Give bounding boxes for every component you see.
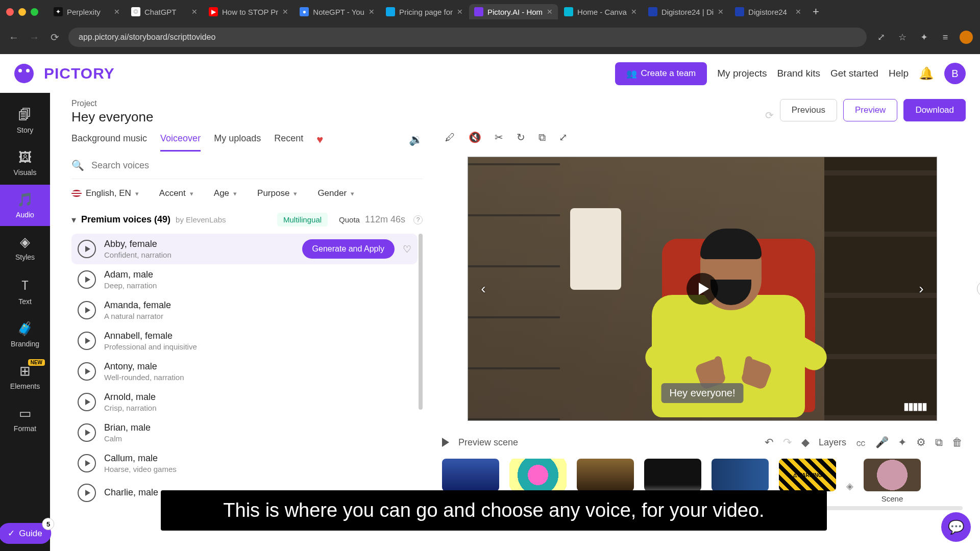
nav-brand-kits[interactable]: Brand kits: [777, 68, 820, 79]
caption-text[interactable]: Hey everyone!: [662, 383, 744, 403]
chat-support-button[interactable]: 💬: [941, 512, 971, 542]
rail-visuals[interactable]: 🖼Visuals: [0, 142, 50, 184]
search-input[interactable]: [91, 160, 423, 171]
scrollbar[interactable]: [419, 234, 423, 410]
duplicate-icon[interactable]: ⧉: [935, 436, 943, 448]
browser-tab[interactable]: ●NoteGPT - You✕: [295, 4, 380, 19]
rail-story[interactable]: 🗐Story: [0, 100, 50, 141]
tab-my-uploads[interactable]: My uploads: [214, 128, 261, 152]
filter-gender[interactable]: Gender▾: [317, 188, 354, 198]
voice-row[interactable]: Amanda, femaleA natural narrator: [71, 295, 418, 325]
profile-avatar[interactable]: [960, 31, 973, 44]
filter-accent[interactable]: Accent▾: [159, 188, 193, 198]
sparkle-icon[interactable]: ✦: [898, 436, 907, 448]
collapse-icon[interactable]: ▾: [71, 214, 76, 226]
browser-tab[interactable]: ✦Perplexity✕: [48, 4, 125, 19]
undo-icon[interactable]: ↶: [765, 436, 774, 448]
transition-icon[interactable]: ◈: [846, 481, 853, 492]
guide-button[interactable]: 5 ✓ Guide: [0, 523, 52, 544]
tab-close-icon[interactable]: ✕: [547, 8, 553, 16]
filter-purpose[interactable]: Purpose▾: [257, 188, 297, 198]
voice-row[interactable]: Adam, maleDeep, narration: [71, 264, 418, 295]
play-voice-button[interactable]: [78, 332, 96, 350]
captions-icon[interactable]: ㏄: [855, 435, 866, 449]
filter-age[interactable]: Age▾: [214, 188, 237, 198]
tab-close-icon[interactable]: ✕: [114, 8, 120, 16]
favorite-icon[interactable]: ♡: [403, 243, 411, 255]
browser-tab[interactable]: ▶How to STOP Pr✕: [204, 4, 293, 19]
next-scene-arrow[interactable]: ›: [913, 281, 929, 297]
tab-close-icon[interactable]: ✕: [282, 8, 288, 16]
highlight-icon[interactable]: 🖊: [445, 132, 455, 143]
browser-tab-active[interactable]: Pictory.AI - Hom✕: [469, 4, 558, 19]
reload-button[interactable]: ⟳: [48, 31, 61, 43]
tab-voiceover[interactable]: Voiceover: [160, 128, 201, 152]
address-input[interactable]: [68, 28, 867, 47]
filter-language[interactable]: English, EN▾: [71, 188, 139, 198]
scene-item[interactable]: Scene: [864, 459, 921, 503]
rail-format[interactable]: ▭Format: [0, 398, 50, 440]
tab-close-icon[interactable]: ✕: [369, 8, 375, 16]
play-voice-button[interactable]: [78, 393, 96, 411]
browser-tab[interactable]: Home - Canva✕: [559, 4, 642, 19]
tab-background-music[interactable]: Background music: [71, 128, 147, 152]
nav-help[interactable]: Help: [889, 68, 909, 79]
tab-close-icon[interactable]: ✕: [795, 8, 801, 16]
tab-close-icon[interactable]: ✕: [191, 8, 198, 16]
redo-icon[interactable]: ↷: [783, 436, 792, 448]
layers-icon[interactable]: ◆: [801, 436, 810, 448]
video-stage[interactable]: ‹ › Hey everyone! ▮▮▮▮▮: [468, 157, 937, 421]
help-icon[interactable]: ?: [413, 215, 423, 224]
forward-button[interactable]: →: [28, 32, 41, 43]
copy-icon[interactable]: ⧉: [538, 132, 546, 143]
tab-close-icon[interactable]: ✕: [631, 8, 637, 16]
settings-icon[interactable]: ⚙: [916, 436, 926, 448]
browser-tab[interactable]: ❂ChatGPT✕: [126, 4, 203, 19]
play-voice-button[interactable]: [78, 240, 96, 258]
play-voice-button[interactable]: [78, 423, 96, 442]
play-video-button[interactable]: [687, 273, 718, 305]
rail-elements[interactable]: NEW⊞Elements: [0, 356, 50, 397]
browser-tab[interactable]: Pricing page for✕: [381, 4, 468, 19]
menu-icon[interactable]: ≡: [938, 32, 952, 43]
play-scene-icon[interactable]: [442, 438, 449, 447]
voice-row[interactable]: Arnold, maleCrisp, narration: [71, 387, 418, 417]
nav-my-projects[interactable]: My projects: [717, 68, 767, 79]
voice-row[interactable]: Antony, maleWell-rounded, narration: [71, 356, 418, 387]
user-avatar[interactable]: B: [944, 63, 966, 84]
volume-settings-icon[interactable]: 🔉: [409, 133, 423, 146]
window-minimize[interactable]: [18, 8, 26, 16]
project-title[interactable]: Hey everyone: [71, 109, 765, 125]
loop-icon[interactable]: ↻: [517, 131, 525, 143]
window-maximize[interactable]: [31, 8, 38, 16]
mute-icon[interactable]: 🔇: [469, 131, 481, 143]
expand-icon[interactable]: ⤢: [559, 131, 568, 143]
tab-recent[interactable]: Recent: [274, 128, 303, 152]
play-voice-button[interactable]: [78, 301, 96, 319]
voice-row[interactable]: Brian, maleCalm: [71, 417, 418, 448]
extensions-icon[interactable]: ✦: [917, 32, 931, 43]
add-scene-after[interactable]: +: [977, 281, 980, 296]
rail-branding[interactable]: 🧳Branding: [0, 314, 50, 355]
mic-icon[interactable]: 🎤: [875, 436, 889, 448]
browser-tab[interactable]: Digistore24 | Di✕: [643, 4, 729, 19]
prev-scene-arrow[interactable]: ‹: [475, 281, 492, 297]
rail-text[interactable]: ＴText: [0, 269, 50, 313]
bookmark-icon[interactable]: ☆: [895, 32, 910, 43]
voice-row[interactable]: Callum, maleHoarse, video games: [71, 448, 418, 479]
nav-get-started[interactable]: Get started: [830, 68, 878, 79]
download-button[interactable]: Download: [903, 99, 966, 121]
window-close[interactable]: [6, 8, 14, 16]
cut-icon[interactable]: ✂: [495, 131, 503, 143]
play-voice-button[interactable]: [78, 270, 96, 289]
rail-styles[interactable]: ◈Styles: [0, 227, 50, 268]
create-team-button[interactable]: 👥 Create a team: [615, 62, 707, 85]
play-voice-button[interactable]: [78, 362, 96, 381]
notifications-icon[interactable]: 🔔: [919, 66, 934, 81]
browser-tab[interactable]: Digistore24✕: [730, 4, 806, 19]
generate-apply-button[interactable]: Generate and Apply: [302, 239, 395, 259]
tab-close-icon[interactable]: ✕: [718, 8, 724, 16]
preview-scene-label[interactable]: Preview scene: [458, 437, 518, 448]
install-app-icon[interactable]: ⤢: [874, 32, 888, 43]
play-voice-button[interactable]: [78, 484, 96, 502]
